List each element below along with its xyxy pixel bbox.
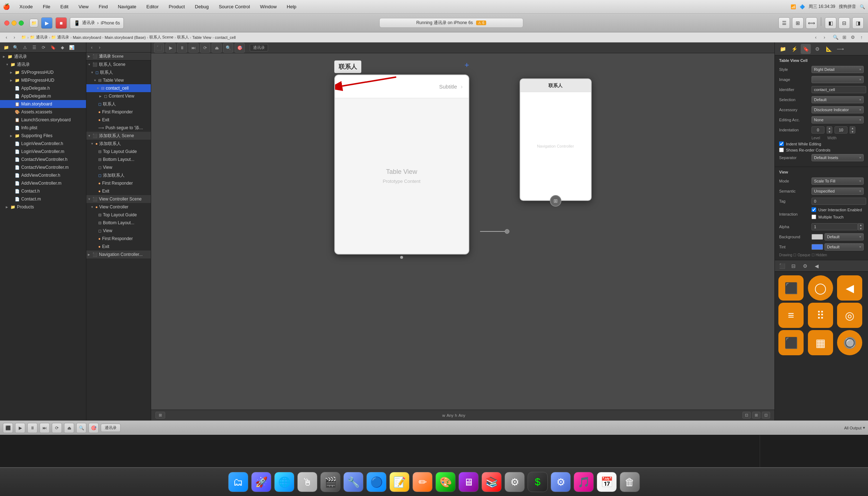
dock-finder[interactable]: 🗂 xyxy=(228,472,248,492)
debug-panel-btn[interactable]: ⊟ xyxy=(838,17,850,29)
sidebar-item-loginvc-h[interactable]: 📄 LoginViewController.h xyxy=(0,140,86,148)
icon-grid-item-2[interactable]: ◀ xyxy=(837,275,862,301)
inspector-tab-quick[interactable]: ⚡ xyxy=(789,44,799,54)
alpha-stepper[interactable]: ▲ ▼ xyxy=(858,223,864,230)
dock-paint[interactable]: 🎨 xyxy=(435,472,456,492)
user-interaction-checkbox[interactable] xyxy=(812,207,816,212)
dock-launchpad[interactable]: 🚀 xyxy=(251,472,271,492)
scene-vc[interactable]: ▼ ● View Controller xyxy=(86,203,151,211)
scene-vc-exit[interactable]: ● Exit xyxy=(86,243,151,251)
menu-view[interactable]: View xyxy=(76,3,91,10)
table-cell[interactable]: Subtitle › xyxy=(335,75,469,98)
standard-editor-btn[interactable]: ☰ xyxy=(778,17,790,29)
run-button[interactable]: ▶ xyxy=(41,17,53,29)
assistant-editor-btn[interactable]: ⊞ xyxy=(792,17,804,29)
inspector-background-dropdown[interactable]: Default ▾ xyxy=(824,233,864,240)
inspector-accessory-dropdown[interactable]: Disclosure Indicator ▾ xyxy=(812,106,864,113)
right-tab-1[interactable]: ⬛ xyxy=(777,262,787,270)
scene-add-vc[interactable]: ◻ 添加联系人 xyxy=(86,171,151,179)
ib-step3-btn[interactable]: ⏏ xyxy=(212,43,222,53)
right-tab-3[interactable]: ⚙ xyxy=(800,262,810,270)
inspector-tab-identity[interactable]: 🔖 xyxy=(801,44,811,54)
scene-content-view[interactable]: ▶ ◻ Content View xyxy=(86,92,151,100)
minimize-button[interactable] xyxy=(12,21,17,26)
gear-btn[interactable]: ⚙ xyxy=(849,34,856,41)
breadcrumb-item-6[interactable]: 联系人 xyxy=(177,35,189,40)
menu-help[interactable]: Help xyxy=(285,3,299,10)
inspector-semantic-dropdown[interactable]: Unspecified ▾ xyxy=(812,188,864,195)
menu-debug[interactable]: Debug xyxy=(193,3,211,10)
breadcrumb-back[interactable]: ‹ xyxy=(3,34,10,41)
scene-exit-1[interactable]: ● Exit xyxy=(86,116,151,124)
indentation-width-stepper[interactable]: ▲ ▼ xyxy=(850,126,855,134)
icon-grid-item-8[interactable]: 🔘 xyxy=(837,330,862,355)
sidebar-report-icon[interactable]: 📊 xyxy=(68,44,75,51)
right-tab-4[interactable]: ◀ xyxy=(812,262,822,270)
scene-nav-ctrl[interactable]: ▶ ⬛ Navigation Controller... xyxy=(86,251,151,258)
icon-grid-item-4[interactable]: ⠿ xyxy=(808,303,833,328)
dock-books[interactable]: 📚 xyxy=(482,472,502,492)
dock-sketch[interactable]: ✏ xyxy=(412,472,433,492)
dock-syspreferences[interactable]: ⚙ xyxy=(551,472,571,492)
sidebar-item-products[interactable]: ▶ 📁 Products xyxy=(0,203,86,211)
inspector-tab-file[interactable]: 📁 xyxy=(778,44,788,54)
scene-add-first-responder[interactable]: ● First Responder xyxy=(86,179,151,187)
breadcrumb-item-3[interactable]: Main.storyboard xyxy=(73,35,101,40)
indentation-width-input[interactable] xyxy=(835,126,847,134)
menu-file[interactable]: File xyxy=(41,3,53,10)
icon-grid-item-5[interactable]: ◎ xyxy=(837,303,862,328)
sidebar-item-main-storyboard[interactable]: 📋 Main.storyboard xyxy=(0,100,86,108)
bottom-step-btn[interactable]: ⏭ xyxy=(40,423,50,433)
scene-nav-back[interactable]: ‹ xyxy=(89,44,95,51)
menu-edit[interactable]: Edit xyxy=(58,3,71,10)
menu-product[interactable]: Product xyxy=(167,3,187,10)
right-tab-2[interactable]: ⊟ xyxy=(788,262,799,270)
menu-find[interactable]: Find xyxy=(96,3,110,10)
bottom-step2-btn[interactable]: ⟳ xyxy=(52,423,62,433)
dock-xcode[interactable]: 🔵 xyxy=(366,472,386,492)
sidebar-history-icon[interactable]: ⟳ xyxy=(40,44,47,51)
scene-lianxiren[interactable]: ▼ ◻ 联系人 xyxy=(86,68,151,76)
scene-vc-scene[interactable]: ▼ ⬛ View Controller Scene xyxy=(86,195,151,203)
utilities-panel-btn[interactable]: ◨ xyxy=(852,17,864,29)
sidebar-bookmark-icon[interactable]: 🔖 xyxy=(50,44,56,51)
maximize-button[interactable] xyxy=(19,21,24,26)
scene-section-tongxunlu[interactable]: ▶ ⬛ 通讯录 Scene xyxy=(86,53,151,60)
menubar-search-icon[interactable]: 🔍 xyxy=(860,4,865,9)
scene-add-scene[interactable]: ▼ ⬛ 添加联系人 Scene xyxy=(86,132,151,140)
version-editor-btn[interactable]: ⟺ xyxy=(806,17,817,29)
sidebar-item-addvc-h[interactable]: 📄 AddViewController.h xyxy=(0,171,86,179)
dock-screenflow[interactable]: 🖥 xyxy=(458,472,479,492)
ib-pause-btn[interactable]: ⏸ xyxy=(177,43,187,53)
sidebar-warning-icon[interactable]: ⚠ xyxy=(22,44,28,51)
dock-movie[interactable]: 🎬 xyxy=(320,472,340,492)
dock-calendar[interactable]: 📅 xyxy=(597,472,617,492)
breadcrumb-item-8[interactable]: contact_cell xyxy=(215,35,236,40)
scene-add-bottom-layout[interactable]: ⊟ Bottom Layout... xyxy=(86,155,151,163)
stop-button[interactable]: ■ xyxy=(55,17,67,29)
bottom-scheme-label[interactable]: 通讯录 xyxy=(101,424,121,432)
ib-target-btn[interactable]: 🎯 xyxy=(235,43,245,53)
scene-add-lianxiren[interactable]: ▼ ● 添加联系人 xyxy=(86,140,151,148)
icon-grid-item-0[interactable]: ⬛ xyxy=(778,275,804,301)
shows-reorder-checkbox[interactable] xyxy=(779,148,784,152)
ib-debug-btn[interactable]: 🔍 xyxy=(223,43,233,53)
sidebar-item-svprogress[interactable]: ▶ 📁 SVProgressHUD xyxy=(0,68,86,76)
breadcrumb-item-7[interactable]: Table View xyxy=(192,35,211,40)
scene-lianxiren-vc[interactable]: ◻ 联系人 xyxy=(86,100,151,108)
scene-vc-bottom-layout[interactable]: ⊟ Bottom Layout... xyxy=(86,219,151,227)
indentation-level-stepper[interactable]: ▲ ▼ xyxy=(827,126,832,134)
ib-back-btn[interactable]: ⬛ xyxy=(154,43,164,53)
sidebar-filter-icon[interactable]: ☰ xyxy=(31,44,37,51)
sidebar-item-loginvc-m[interactable]: 📄 LoginViewController.m xyxy=(0,148,86,155)
breadcrumb-nav-right[interactable]: › xyxy=(821,34,828,41)
inspector-tab-connections[interactable]: ⟶ xyxy=(835,44,845,54)
share-btn[interactable]: ↑ xyxy=(858,34,865,41)
bottom-run-btn[interactable]: ▶ xyxy=(15,423,25,433)
scene-vc-first-responder[interactable]: ● First Responder xyxy=(86,235,151,243)
scene-lianxiren-scene[interactable]: ▼ ⬛ 联系人 Scene xyxy=(86,60,151,68)
inspector-style-dropdown[interactable]: Right Detail ▾ xyxy=(812,66,864,73)
dock-mouse[interactable]: 🖱 xyxy=(297,472,317,492)
indentation-level-input[interactable] xyxy=(812,126,824,134)
breadcrumb-item-2[interactable]: 📁 通讯录 xyxy=(51,35,69,40)
